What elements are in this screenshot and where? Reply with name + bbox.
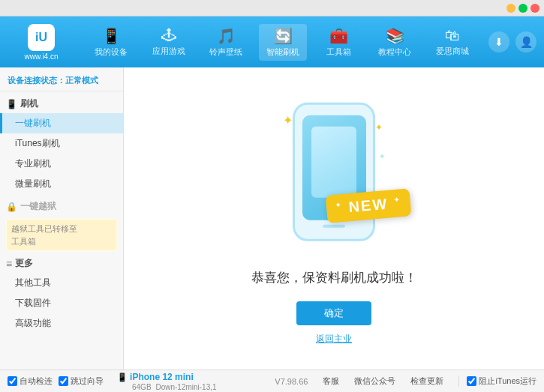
phone-home-button	[323, 225, 345, 228]
auto-connect-input[interactable]	[8, 376, 17, 386]
device-name: iPhone 12 mini	[130, 372, 194, 382]
apps-games-icon: 🕹	[161, 27, 176, 44]
nav-toolbox[interactable]: 🧰 工具箱	[317, 24, 362, 61]
sidebar-item-one-key-flash[interactable]: 一键刷机	[0, 113, 123, 133]
close-button[interactable]	[530, 4, 539, 13]
sidebar-section-flash: 📱 刷机	[0, 94, 123, 113]
nav-tutorials-label: 教程中心	[378, 46, 411, 58]
itunes-checkbox[interactable]	[467, 376, 476, 386]
nav-smart-flash-label: 智能刷机	[266, 46, 299, 58]
flash-section-title: 刷机	[20, 97, 38, 110]
confirm-button[interactable]: 确定	[296, 301, 371, 325]
wechat-link[interactable]: 微信公众号	[354, 376, 395, 387]
more-section-icon: ≡	[6, 258, 12, 270]
new-badge-text: NEW	[348, 195, 389, 215]
more-section-title: 更多	[15, 257, 33, 270]
nav-my-device-label: 我的设备	[95, 46, 128, 58]
main-layout: 设备连接状态：正常模式 📱 刷机 一键刷机 iTunes刷机 专业刷机 微量刷机…	[0, 67, 544, 370]
sidebar: 设备连接状态：正常模式 📱 刷机 一键刷机 iTunes刷机 专业刷机 微量刷机…	[0, 67, 124, 370]
nav-mall[interactable]: 🛍 爱思商城	[428, 24, 476, 60]
my-device-icon: 📱	[102, 27, 121, 45]
header-right: ⬇ 👤	[488, 31, 536, 52]
version-label: V7.98.66	[275, 377, 308, 386]
illustration: ✦ ✦ ✦ ✦ NEW ✦	[251, 92, 416, 257]
update-link[interactable]: 检查更新	[410, 376, 443, 387]
nav-my-device[interactable]: 📱 我的设备	[87, 24, 135, 61]
sparkle-2: ✦	[375, 122, 383, 133]
device-status: 设备连接状态：正常模式	[0, 70, 123, 91]
smart-flash-icon: 🔄	[274, 27, 293, 45]
title-bar	[0, 0, 544, 16]
bottom-left: 自动检连 跳过向导 📱 iPhone 12 mini 64GB Down-12m…	[8, 372, 275, 391]
logo-area: iU www.i4.cn	[8, 24, 75, 61]
skip-wizard-checkbox[interactable]: 跳过向导	[59, 376, 104, 387]
sidebar-section-jailbreak: 🔒 一键越狱	[0, 197, 123, 216]
nav-smart-flash[interactable]: 🔄 智能刷机	[259, 24, 307, 61]
nav-tutorials[interactable]: 📚 教程中心	[371, 24, 419, 61]
bottom-right: V7.98.66 客服 微信公众号 检查更新 阻止iTunes运行	[275, 376, 536, 387]
back-link[interactable]: 返回主业	[316, 333, 352, 346]
nav-toolbox-label: 工具箱	[326, 46, 351, 58]
sidebar-item-download-firmware[interactable]: 下载固件	[0, 293, 123, 313]
tutorials-icon: 📚	[386, 27, 404, 45]
skip-wizard-label: 跳过向导	[71, 376, 104, 387]
sidebar-item-other-tools[interactable]: 其他工具	[0, 273, 123, 293]
sparkle-3: ✦	[379, 152, 385, 160]
sidebar-item-advanced[interactable]: 高级功能	[0, 313, 123, 334]
success-message: 恭喜您，保资料刷机成功啦！	[251, 269, 417, 286]
auto-connect-label: 自动检连	[20, 376, 53, 387]
sidebar-section-more: ≡ 更多	[0, 254, 123, 273]
itunes-label: 阻止iTunes运行	[479, 376, 536, 387]
minimize-button[interactable]	[506, 4, 515, 13]
flash-section-icon: 📱	[6, 99, 17, 109]
itunes-status: 阻止iTunes运行	[458, 376, 536, 387]
nav-ringtones-label: 铃声壁纸	[209, 46, 242, 58]
download-button[interactable]: ⬇	[488, 31, 509, 52]
user-button[interactable]: 👤	[515, 31, 536, 52]
device-storage: 64GB	[132, 383, 152, 391]
ringtones-icon: 🎵	[217, 27, 236, 45]
jailbreak-section-title: 一键越狱	[20, 200, 56, 213]
service-link[interactable]: 客服	[323, 376, 339, 387]
new-badge-star-left: ✦	[335, 201, 344, 209]
header: iU www.i4.cn 📱 我的设备 🕹 应用游戏 🎵 铃声壁纸 🔄 智能刷机…	[0, 16, 544, 67]
maximize-button[interactable]	[518, 4, 527, 13]
new-badge-star-right: ✦	[393, 196, 401, 204]
status-value: 正常模式	[65, 76, 98, 85]
auto-connect-checkbox[interactable]: 自动检连	[8, 376, 53, 387]
sidebar-item-itunes-flash[interactable]: iTunes刷机	[0, 133, 123, 154]
jailbreak-lock-icon: 🔒	[6, 202, 17, 212]
toolbox-icon: 🧰	[329, 27, 348, 45]
logo-text: www.i4.cn	[24, 52, 58, 61]
status-prefix: 设备连接状态：	[8, 76, 65, 85]
device-info: 📱 iPhone 12 mini 64GB Down-12mini-13,1	[117, 372, 217, 391]
skip-wizard-input[interactable]	[59, 376, 68, 386]
jailbreak-note: 越狱工具已转移至工具箱	[6, 219, 117, 251]
device-phone-icon: 📱	[117, 373, 128, 382]
logo-icon: iU	[28, 24, 55, 51]
phone-screen-inner	[311, 127, 356, 198]
nav-items: 📱 我的设备 🕹 应用游戏 🎵 铃声壁纸 🔄 智能刷机 🧰 工具箱 📚 教程中心…	[83, 24, 481, 61]
sparkle-1: ✦	[283, 113, 293, 127]
device-model: Down-12mini-13,1	[154, 383, 217, 391]
nav-mall-label: 爱思商城	[436, 46, 469, 57]
mall-icon: 🛍	[445, 27, 460, 44]
content-area: ✦ ✦ ✦ ✦ NEW ✦ 恭喜您，保资料刷机成功啦！ 确定 返回主业	[124, 67, 544, 370]
sidebar-item-micro-flash[interactable]: 微量刷机	[0, 174, 123, 194]
sidebar-item-pro-flash[interactable]: 专业刷机	[0, 154, 123, 174]
nav-ringtones[interactable]: 🎵 铃声壁纸	[202, 24, 250, 61]
bottom-bar: 自动检连 跳过向导 📱 iPhone 12 mini 64GB Down-12m…	[0, 370, 544, 392]
nav-apps-games[interactable]: 🕹 应用游戏	[145, 24, 193, 60]
nav-apps-games-label: 应用游戏	[152, 46, 185, 57]
